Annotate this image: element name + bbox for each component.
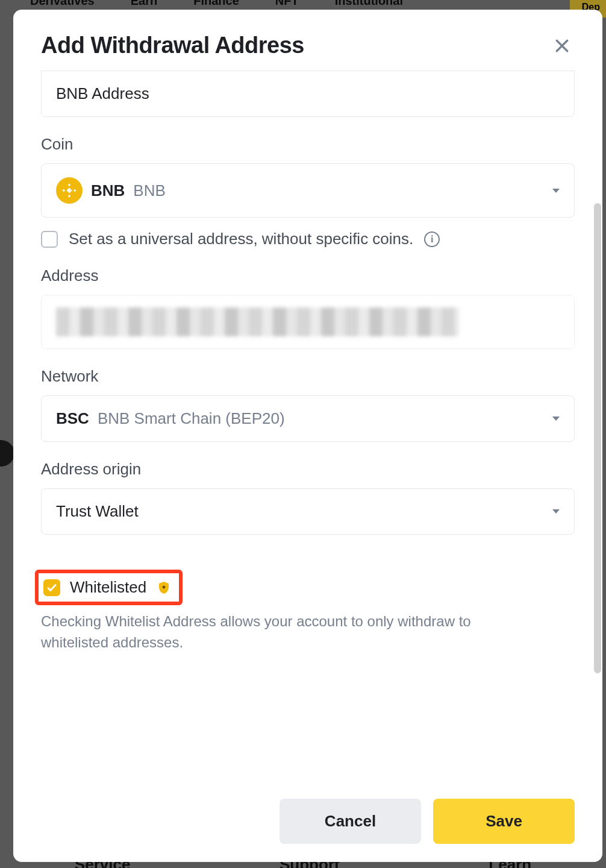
coin-name: BNB bbox=[133, 181, 165, 200]
add-withdrawal-address-modal: Add Withdrawal Address BNB Address Coin bbox=[13, 10, 602, 862]
whitelist-note: Checking Whitelist Address allows your a… bbox=[41, 611, 499, 653]
label-input-value: BNB Address bbox=[56, 84, 149, 103]
coin-label: Coin bbox=[41, 135, 575, 154]
scrollbar[interactable] bbox=[594, 203, 601, 673]
network-code: BSC bbox=[56, 409, 89, 428]
network-label: Network bbox=[41, 367, 575, 386]
address-input[interactable] bbox=[41, 295, 575, 349]
address-value-redacted bbox=[56, 307, 459, 336]
coin-field: Coin BNB BNB bbox=[41, 135, 575, 248]
network-select[interactable]: BSC BNB Smart Chain (BEP20) bbox=[41, 395, 575, 442]
modal-title: Add Withdrawal Address bbox=[41, 33, 304, 58]
svg-rect-4 bbox=[62, 189, 65, 192]
network-name: BNB Smart Chain (BEP20) bbox=[98, 409, 285, 428]
address-field: Address bbox=[41, 266, 575, 349]
label-input[interactable]: BNB Address bbox=[41, 71, 575, 117]
origin-field: Address origin Trust Wallet bbox=[41, 460, 575, 535]
modal-body: BNB Address Coin BNB bbox=[13, 66, 602, 784]
coin-symbol: BNB bbox=[91, 181, 125, 200]
chevron-down-icon bbox=[552, 417, 560, 421]
whitelist-label: Whitelisted bbox=[70, 578, 146, 597]
origin-value: Trust Wallet bbox=[56, 502, 139, 521]
universal-address-row: Set as a universal address, without spec… bbox=[41, 230, 575, 248]
whitelist-section: Whitelisted Checking Whitelist Address a… bbox=[41, 570, 575, 653]
svg-rect-3 bbox=[68, 195, 71, 198]
whitelist-highlight: Whitelisted bbox=[35, 570, 183, 605]
universal-address-label: Set as a universal address, without spec… bbox=[69, 230, 413, 248]
chevron-down-icon bbox=[552, 509, 560, 514]
info-icon[interactable]: i bbox=[424, 231, 440, 247]
svg-rect-6 bbox=[66, 187, 72, 193]
modal-header: Add Withdrawal Address bbox=[13, 10, 602, 66]
origin-label: Address origin bbox=[41, 460, 575, 479]
cancel-button[interactable]: Cancel bbox=[280, 799, 421, 844]
network-field: Network BSC BNB Smart Chain (BEP20) bbox=[41, 367, 575, 442]
shield-icon bbox=[156, 580, 172, 596]
close-button[interactable] bbox=[549, 33, 575, 58]
modal-footer: Cancel Save bbox=[13, 784, 602, 862]
chevron-down-icon bbox=[552, 189, 560, 193]
coin-select[interactable]: BNB BNB bbox=[41, 163, 575, 218]
address-label: Address bbox=[41, 266, 575, 285]
save-button[interactable]: Save bbox=[433, 799, 575, 844]
universal-address-checkbox[interactable] bbox=[41, 231, 58, 248]
check-icon bbox=[46, 582, 57, 593]
svg-rect-2 bbox=[68, 183, 71, 186]
whitelist-checkbox[interactable] bbox=[43, 579, 60, 596]
bnb-coin-icon bbox=[56, 177, 83, 204]
close-icon bbox=[553, 37, 571, 55]
svg-rect-5 bbox=[73, 189, 77, 192]
origin-select[interactable]: Trust Wallet bbox=[41, 488, 575, 535]
